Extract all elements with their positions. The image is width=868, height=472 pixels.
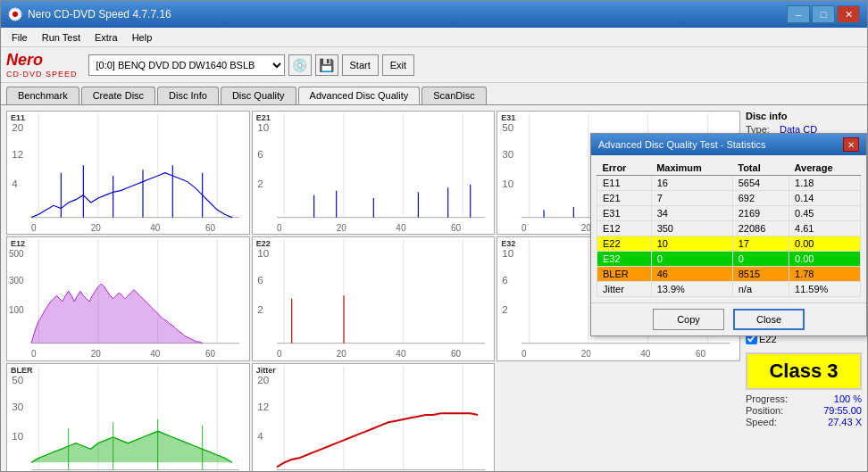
stats-table: Error Maximum Total Average E111656541.1… [597,161,861,297]
stats-cell-total-7: n/a [732,282,789,297]
stats-cell-error-2: E31 [597,206,652,221]
svg-text:6: 6 [257,274,263,286]
exit-button[interactable]: Exit [382,54,414,76]
toolbar: Nero CD·DVD SPEED [0:0] BENQ DVD DD DW16… [1,47,867,83]
maximize-button[interactable]: □ [812,5,835,23]
svg-text:2: 2 [257,178,263,189]
svg-text:20: 20 [336,223,346,233]
svg-text:6: 6 [503,274,508,286]
table-row: E313421690.45 [597,206,861,221]
disc-info-title: Disc info [746,111,862,121]
menu-extra[interactable]: Extra [88,30,125,45]
menu-help[interactable]: Help [125,30,160,45]
tab-scandisc[interactable]: ScanDisc [421,87,486,104]
copy-button[interactable]: Copy [653,309,724,330]
table-row: BLER4685151.78 [597,267,861,282]
svg-text:4: 4 [257,430,263,442]
table-row: E2210170.00 [597,236,861,252]
svg-text:20: 20 [257,374,269,385]
tab-disc-quality[interactable]: Disc Quality [221,87,296,104]
title-bar: Nero CD-DVD Speed 4.7.7.16 – □ ✕ [1,1,867,28]
table-row: E2176920.14 [597,191,861,206]
stats-title: Advanced Disc Quality Test - Statistics [598,139,843,150]
progress-value: 100 % [834,393,862,404]
tab-bar: Benchmark Create Disc Disc Info Disc Qua… [1,83,867,105]
stats-cell-average-3: 4.61 [789,221,861,236]
tab-create-disc[interactable]: Create Disc [81,87,155,104]
speed-label: Speed: [746,417,777,427]
stats-close-x-btn[interactable]: ✕ [843,137,859,152]
svg-text:6: 6 [257,148,263,160]
progress-section: Progress: 100 % Position: 79:55.00 Speed… [746,393,862,427]
svg-text:0: 0 [31,349,37,359]
stats-cell-average-4: 0.00 [789,236,861,252]
stats-cell-error-6: BLER [597,267,652,282]
svg-text:500: 500 [9,249,24,259]
stats-close-button[interactable]: Close [733,309,805,330]
minimize-button[interactable]: – [787,5,810,23]
svg-text:10: 10 [257,247,269,259]
svg-text:40: 40 [396,349,406,359]
close-button[interactable]: ✕ [837,5,860,23]
table-row: E32000.00 [597,252,861,267]
svg-text:4: 4 [12,178,18,189]
table-row: E12350220864.61 [597,221,861,236]
svg-text:40: 40 [641,349,652,359]
window-title: Nero CD-DVD Speed 4.7.7.16 [28,8,785,21]
stats-cell-maximum-0: 16 [651,176,732,191]
stats-cell-maximum-1: 7 [651,191,732,206]
menu-file[interactable]: File [4,30,35,45]
svg-text:10: 10 [503,178,514,189]
stats-cell-average-2: 0.45 [789,206,861,221]
svg-text:40: 40 [150,223,161,233]
svg-text:300: 300 [9,276,24,286]
stats-cell-maximum-7: 13.9% [651,282,732,297]
stats-cell-average-7: 11.59% [789,282,861,297]
main-window: Nero CD-DVD Speed 4.7.7.16 – □ ✕ File Ru… [0,0,868,472]
logo-cdspeed: CD·DVD SPEED [6,70,78,79]
graph-bler: BLER 50 30 10 0 20 40 60 [6,363,250,472]
stats-cell-error-5: E32 [597,252,652,267]
tab-advanced-disc-quality[interactable]: Advanced Disc Quality [298,87,421,104]
svg-text:60: 60 [205,349,216,359]
stats-buttons: Copy Close [591,302,866,335]
svg-rect-117 [255,366,493,472]
svg-point-1 [13,12,18,17]
save-icon-btn[interactable]: 💾 [315,54,338,76]
svg-text:100: 100 [9,306,24,316]
tab-benchmark[interactable]: Benchmark [6,87,79,104]
svg-rect-72 [255,239,493,358]
stats-cell-error-0: E11 [597,176,652,191]
svg-text:30: 30 [12,401,23,412]
start-button[interactable]: Start [342,54,379,76]
svg-text:60: 60 [451,349,462,359]
stats-header-average: Average [789,161,861,176]
stats-cell-total-5: 0 [732,252,789,267]
svg-text:60: 60 [205,223,216,233]
svg-text:40: 40 [150,349,161,359]
svg-text:12: 12 [257,401,269,412]
stats-cell-average-1: 0.14 [789,191,861,206]
svg-text:60: 60 [451,223,462,233]
stats-header-total: Total [732,161,789,176]
graph-e22: E22 10 6 2 0 20 40 60 [252,236,496,360]
svg-text:30: 30 [503,148,514,160]
svg-text:60: 60 [696,349,706,359]
stats-cell-total-4: 17 [732,236,789,252]
stats-cell-average-5: 0.00 [789,252,861,267]
menu-bar: File Run Test Extra Help [1,28,867,47]
svg-text:0: 0 [31,223,37,233]
svg-text:20: 20 [91,349,102,359]
disc-icon-btn[interactable]: 💿 [288,54,312,76]
svg-text:10: 10 [257,121,269,133]
stats-cell-total-6: 8515 [732,267,789,282]
svg-text:10: 10 [12,430,23,442]
stats-header-maximum: Maximum [651,161,732,176]
tab-disc-info[interactable]: Disc Info [157,87,219,104]
table-row: Jitter13.9%n/a11.59% [597,282,861,297]
menu-runtest[interactable]: Run Test [35,30,88,45]
drive-select[interactable]: [0:0] BENQ DVD DD DW1640 BSLB [88,54,285,76]
svg-text:20: 20 [91,223,102,233]
svg-text:40: 40 [396,223,406,233]
svg-text:0: 0 [277,349,282,359]
